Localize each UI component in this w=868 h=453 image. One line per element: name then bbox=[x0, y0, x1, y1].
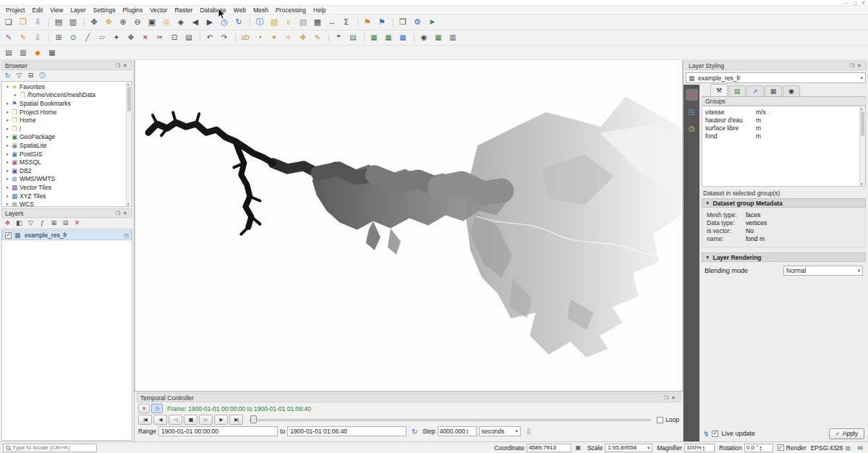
maximize-window-icon[interactable]: ▢ bbox=[853, 1, 857, 5]
open-project-button[interactable]: ❒ bbox=[16, 16, 30, 29]
zoom-next-button[interactable]: ▶ bbox=[203, 16, 217, 29]
temporal-float-icon[interactable]: ❐ bbox=[663, 395, 670, 400]
zoom-to-selection-button[interactable]: ◎ bbox=[159, 16, 174, 29]
browser-float-icon[interactable]: ❐ bbox=[114, 63, 122, 68]
expander-icon[interactable]: ▾ bbox=[4, 84, 11, 90]
minimize-window-icon[interactable]: — bbox=[844, 1, 848, 5]
plugin-tool-2-button[interactable]: ▥ bbox=[16, 46, 30, 59]
loop-checkbox[interactable] bbox=[657, 417, 663, 423]
globe-tool-button[interactable]: ◉ bbox=[417, 31, 431, 44]
map-canvas[interactable] bbox=[135, 60, 683, 391]
spin-arrows-icon[interactable] bbox=[760, 445, 762, 451]
zoom-last-button[interactable]: ◀ bbox=[188, 16, 203, 29]
filter-legend-button[interactable]: ▽ bbox=[25, 219, 36, 228]
rotation-spinbox[interactable]: 0.0 ° bbox=[744, 444, 773, 452]
pause-button[interactable]: ▮▮ bbox=[184, 415, 197, 425]
range-end-input[interactable] bbox=[287, 426, 407, 436]
browser-item-spatialite[interactable]: ▸ ▣ SpatiaLite bbox=[2, 141, 132, 150]
temporal-navigation-animated-button[interactable]: ◷ bbox=[151, 404, 163, 413]
layer-item-example-res-fr[interactable]: ▦ example_res_fr ◷ bbox=[2, 230, 132, 240]
pin-labels-button[interactable]: ✦ bbox=[267, 31, 281, 44]
vertex-tool-button[interactable]: ✦ bbox=[109, 31, 124, 44]
styling-layer-selector[interactable]: ▦ example_res_fr bbox=[686, 72, 866, 83]
remove-layer-button[interactable]: ✕ bbox=[72, 219, 82, 228]
browser-item-spatial-bookmarks[interactable]: ▸ ⚑ Spatial Bookmarks bbox=[2, 99, 132, 108]
menu-processing[interactable]: Processing bbox=[272, 7, 310, 14]
contours-tab[interactable]: ▤ bbox=[728, 85, 746, 96]
highlight-labels-button[interactable]: ✧ bbox=[281, 31, 296, 44]
refresh-range-button[interactable]: ↻ bbox=[409, 426, 420, 436]
expander-icon[interactable]: ▸ bbox=[4, 109, 11, 115]
browser-item-xyz-tiles[interactable]: ▸ ▦ XYZ Tiles bbox=[2, 192, 132, 200]
zoom-in-button[interactable]: ⊕ bbox=[116, 16, 130, 29]
statistical-summary-button[interactable]: Σ bbox=[339, 16, 354, 29]
expander-icon[interactable]: ▸ bbox=[4, 168, 11, 174]
browser-properties-button[interactable]: ⓘ bbox=[37, 71, 48, 80]
layers-close-icon[interactable]: ✕ bbox=[122, 211, 129, 216]
view-3d-tab[interactable]: ◳ bbox=[686, 106, 698, 117]
time-slider-handle[interactable] bbox=[250, 415, 257, 423]
menu-edit[interactable]: Edit bbox=[28, 7, 46, 14]
mesh-settings-tab[interactable]: ⚒ bbox=[710, 84, 728, 96]
layer-diagram-button[interactable]: ◔ bbox=[252, 31, 267, 44]
zoom-to-layer-button[interactable]: ◈ bbox=[174, 16, 188, 29]
menu-settings[interactable]: Settings bbox=[90, 7, 119, 14]
save-layer-edits-button[interactable]: ⇩ bbox=[30, 31, 45, 44]
layer-labeling-button[interactable]: ab bbox=[238, 31, 252, 44]
live-update-checkbox[interactable] bbox=[712, 431, 718, 437]
move-label-button[interactable]: ✥ bbox=[296, 31, 310, 44]
mesh-digitizing-button[interactable]: ▦ bbox=[367, 31, 381, 44]
browser-item-vector-tiles[interactable]: ▸ ▦ Vector Tiles bbox=[2, 183, 132, 192]
select-by-expression-button[interactable]: ε bbox=[281, 16, 296, 29]
toggle-editing-button[interactable]: ✎ bbox=[16, 31, 30, 44]
expander-icon[interactable]: ▸ bbox=[4, 134, 11, 140]
new-map-view-button[interactable]: ❐ bbox=[396, 16, 410, 29]
layers-float-icon[interactable]: ❐ bbox=[114, 211, 122, 216]
browser-item-favorites[interactable]: ▾ ★ Favorites bbox=[2, 82, 132, 91]
scale-combo[interactable]: 1:95,89558 bbox=[605, 444, 652, 452]
groups-scrollbar[interactable] bbox=[859, 106, 865, 186]
browser-collapse-all-button[interactable]: ⊟ bbox=[25, 71, 36, 80]
attributes-toolbar-button[interactable]: ▥ bbox=[446, 31, 460, 44]
current-edits-button[interactable]: ✎ bbox=[1, 31, 16, 44]
vectors-tab[interactable]: ↗ bbox=[746, 85, 764, 96]
styling-close-icon[interactable]: ✕ bbox=[856, 63, 863, 68]
symbology-tab[interactable]: ❖ bbox=[686, 89, 698, 101]
expander-icon[interactable]: ▸ bbox=[4, 159, 11, 165]
menu-project[interactable]: Project bbox=[2, 7, 28, 14]
browser-item-geopackage[interactable]: ▸ ▣ GeoPackage bbox=[2, 133, 132, 142]
expander-icon[interactable]: ▸ bbox=[4, 117, 11, 123]
move-feature-button[interactable]: ✥ bbox=[124, 31, 138, 44]
messages-button[interactable]: ✉ bbox=[855, 444, 865, 452]
new-shapefile-layer-button[interactable]: ▤ bbox=[346, 31, 360, 44]
filter-by-expression-button[interactable]: ƒ bbox=[37, 219, 48, 228]
menu-help[interactable]: Help bbox=[310, 7, 329, 14]
browser-item-wms-wmts[interactable]: ▸ ◍ WMS/WMTS bbox=[2, 175, 132, 184]
zoom-full-button[interactable]: ▣ bbox=[145, 16, 159, 29]
menu-database[interactable]: Database bbox=[196, 7, 229, 14]
expander-icon[interactable]: ▸ bbox=[12, 92, 19, 98]
close-window-icon[interactable]: ✕ bbox=[861, 1, 865, 5]
redo-button[interactable]: ↷ bbox=[217, 31, 231, 44]
browser-item-wcs[interactable]: ▸ ◍ WCS bbox=[2, 200, 132, 207]
dataset-group-row[interactable]: hauteur d'eau m bbox=[702, 116, 865, 124]
locate-input[interactable] bbox=[12, 444, 94, 451]
expand-all-button[interactable]: ⊞ bbox=[48, 219, 59, 228]
annotation-toolbar-button[interactable]: ▦ bbox=[45, 46, 59, 59]
temporal-indicator-icon[interactable]: ◷ bbox=[124, 232, 129, 239]
extent-icon[interactable]: ▣ bbox=[574, 444, 583, 452]
expander-icon[interactable]: ▸ bbox=[4, 126, 11, 132]
menu-mesh[interactable]: Mesh bbox=[250, 7, 272, 14]
browser-item-project-home[interactable]: ▸ ❒ Project Home bbox=[2, 108, 132, 117]
manage-map-themes-button[interactable]: ◧ bbox=[14, 219, 25, 228]
pan-to-selection-button[interactable]: ✥ bbox=[101, 16, 116, 29]
open-layer-styling-button[interactable]: ❖ bbox=[2, 219, 13, 228]
cut-features-button[interactable]: ✂ bbox=[153, 31, 167, 44]
add-record-button[interactable]: ⊞ bbox=[51, 31, 66, 44]
change-label-button[interactable]: ✎ bbox=[310, 31, 325, 44]
collapse-all-button[interactable]: ⊟ bbox=[60, 219, 71, 228]
layer-visibility-checkbox[interactable] bbox=[5, 232, 12, 239]
browser-refresh-button[interactable]: ↻ bbox=[2, 71, 13, 80]
add-polygon-feature-button[interactable]: ▱ bbox=[95, 31, 109, 44]
mesh-frame-tab[interactable]: ▦ bbox=[765, 85, 782, 96]
